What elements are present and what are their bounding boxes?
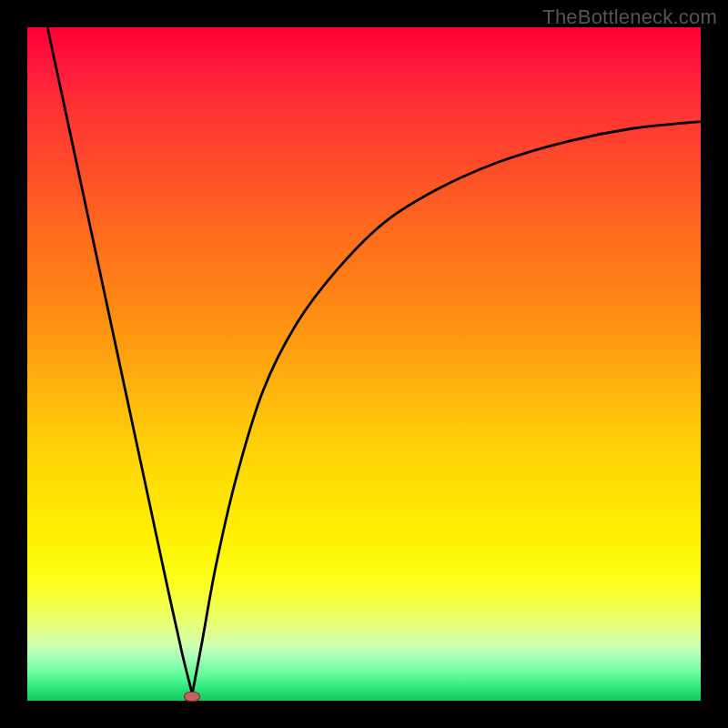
chart-curve	[27, 27, 701, 701]
curve-right-branch	[192, 122, 701, 694]
chart-frame	[27, 27, 701, 701]
curve-minimum-marker	[184, 692, 200, 702]
attribution-label: TheBottleneck.com	[542, 5, 717, 29]
curve-left-branch	[47, 27, 192, 694]
